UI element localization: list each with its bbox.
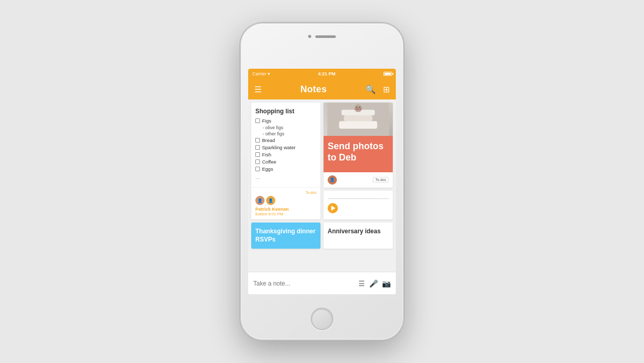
anniversary-title: Anniversary ideas	[328, 228, 389, 236]
checkbox	[255, 159, 260, 164]
checkbox	[255, 152, 260, 157]
shopping-list-footer: To-dos 👤 👤 Patrick Keenan Edited 9:01 PM	[251, 187, 320, 219]
audio-bar	[328, 198, 389, 199]
send-photos-footer: 👤 To-dos	[324, 172, 393, 188]
todo-badge: To-dos	[373, 177, 389, 183]
note-author: Patrick Keenan	[255, 207, 316, 212]
note-card-audio[interactable]	[324, 191, 393, 219]
shopping-list-content: Shopping list Figs - olive figs - other …	[251, 103, 320, 187]
checkbox	[255, 145, 260, 150]
svg-rect-2	[344, 115, 373, 121]
list-item: - other figs	[263, 131, 316, 136]
note-edited: Edited 9:01 PM	[255, 212, 316, 216]
take-note-input[interactable]	[253, 280, 354, 287]
app-bar: ☰ Notes 🔍 ⊞	[248, 79, 396, 99]
app-bar-icons: 🔍 ⊞	[366, 85, 390, 94]
wifi-symbol: ▾	[268, 71, 270, 76]
todos-label: To-dos	[255, 191, 316, 194]
list-item: Eggs	[255, 166, 316, 172]
list-item: Sparkling water	[255, 145, 316, 150]
status-time: 4:21 PM	[318, 71, 335, 76]
cake-image	[324, 103, 393, 136]
battery-icon	[384, 72, 392, 76]
camera-dot	[308, 35, 311, 38]
status-left: Carrier ▾	[252, 71, 270, 76]
note-card-anniversary[interactable]: Anniversary ideas	[324, 223, 393, 249]
phone-device: Carrier ▾ 4:21 PM ☰ Notes 🔍 ⊞	[240, 23, 404, 340]
hamburger-icon[interactable]: ☰	[254, 85, 261, 94]
list-icon[interactable]: ☰	[358, 279, 365, 288]
status-bar: Carrier ▾ 4:21 PM	[248, 69, 396, 79]
search-icon[interactable]: 🔍	[366, 85, 376, 94]
user-avatar: 👤	[328, 175, 337, 185]
grid-icon[interactable]: ⊞	[383, 85, 390, 94]
checkbox	[255, 138, 260, 143]
thanksgiving-title: Thanksgiving dinner RSVPs	[255, 228, 316, 244]
list-item: Fish	[255, 152, 316, 157]
phone-body: Carrier ▾ 4:21 PM ☰ Notes 🔍 ⊞	[240, 23, 404, 340]
list-item: Coffee	[255, 159, 316, 165]
checkbox	[255, 118, 260, 123]
ellipsis-text: ...	[255, 174, 316, 180]
notes-container: Shopping list Figs - olive figs - other …	[248, 99, 396, 272]
svg-point-6	[358, 106, 360, 108]
svg-rect-3	[339, 121, 377, 129]
top-notch	[308, 35, 336, 38]
note-avatars: 👤 👤	[255, 196, 316, 205]
camera-icon[interactable]: 📷	[382, 279, 391, 288]
note-card-thanksgiving[interactable]: Thanksgiving dinner RSVPs	[251, 223, 320, 249]
speaker-grille	[315, 35, 336, 38]
cake-svg	[324, 103, 393, 136]
home-button[interactable]	[311, 308, 333, 330]
app-title: Notes	[300, 84, 327, 95]
avatar-1: 👤	[255, 196, 265, 205]
note-card-send-photos[interactable]: Send photos to Deb 👤 To-dos	[324, 103, 393, 188]
list-item: Bread	[255, 137, 316, 143]
salmon-content: Send photos to Deb	[324, 136, 393, 172]
list-item: - olive figs	[263, 125, 316, 130]
carrier-text: Carrier	[252, 71, 267, 76]
list-item: Figs	[255, 118, 316, 124]
note-card-shopping[interactable]: Shopping list Figs - olive figs - other …	[251, 103, 320, 219]
svg-point-5	[356, 106, 358, 108]
svg-point-10	[357, 109, 359, 110]
play-triangle-icon	[331, 206, 335, 211]
status-right	[384, 72, 392, 76]
play-button[interactable]	[328, 203, 338, 213]
mic-icon[interactable]: 🎤	[369, 279, 378, 288]
send-photos-text: Send photos to Deb	[328, 141, 389, 163]
checkbox	[255, 167, 260, 171]
bottom-bar: ☰ 🎤 📷	[248, 272, 396, 294]
screen: Carrier ▾ 4:21 PM ☰ Notes 🔍 ⊞	[248, 69, 396, 294]
photo-area	[324, 103, 393, 136]
shopping-list-title: Shopping list	[255, 108, 316, 115]
avatar-2: 👤	[266, 196, 275, 205]
svg-point-4	[354, 105, 362, 112]
